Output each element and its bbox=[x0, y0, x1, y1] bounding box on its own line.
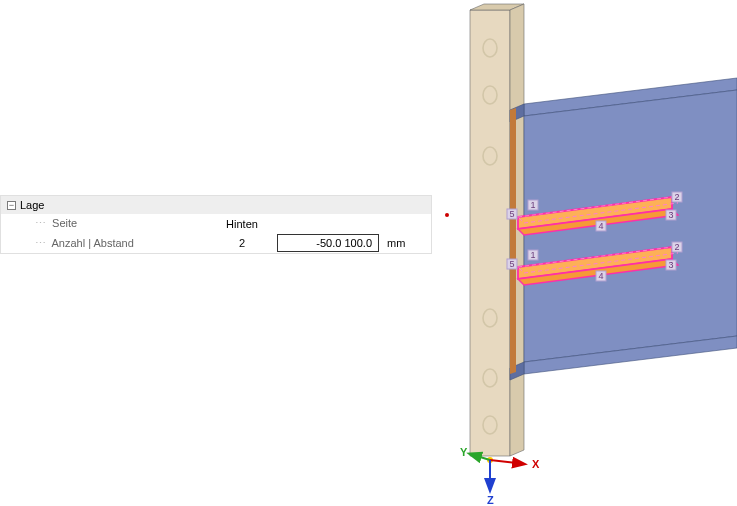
node-marker: 2 bbox=[672, 242, 682, 252]
property-row-anzahl-abstand: ⋯ Anzahl | Abstand 2 mm bbox=[1, 233, 431, 253]
property-value-seite[interactable]: Hinten bbox=[209, 215, 275, 233]
property-value-count[interactable]: 2 bbox=[209, 234, 275, 252]
svg-text:2: 2 bbox=[674, 242, 679, 252]
tree-branch-icon: ⋯ bbox=[35, 237, 45, 249]
y-axis-label: Y bbox=[460, 446, 468, 458]
node-marker: 3 bbox=[666, 260, 676, 270]
node-marker: 4 bbox=[596, 271, 606, 281]
group-label: Lage bbox=[20, 199, 44, 211]
node-marker: 5 bbox=[507, 209, 517, 219]
tree-branch-icon: ⋯ bbox=[35, 217, 45, 229]
svg-text:5: 5 bbox=[509, 259, 514, 269]
group-header-lage[interactable]: − Lage bbox=[1, 196, 431, 214]
svg-text:3: 3 bbox=[668, 210, 673, 220]
end-plate bbox=[470, 10, 510, 456]
svg-text:1: 1 bbox=[530, 250, 535, 260]
svg-text:4: 4 bbox=[598, 221, 603, 231]
property-unit: mm bbox=[381, 234, 411, 252]
model-viewport[interactable]: 5 1 2 4 3 5 1 bbox=[432, 0, 737, 506]
properties-panel: − Lage ⋯ Seite Hinten ⋯ Anzahl | Abstand… bbox=[0, 195, 432, 254]
svg-text:4: 4 bbox=[598, 271, 603, 281]
collapse-toggle-icon[interactable]: − bbox=[7, 201, 16, 210]
x-axis-arrow-icon bbox=[490, 460, 524, 464]
z-axis-label: Z bbox=[487, 494, 494, 506]
node-marker: 4 bbox=[596, 221, 606, 231]
node-marker: 5 bbox=[507, 259, 517, 269]
property-unit bbox=[381, 221, 393, 227]
node-marker: 2 bbox=[672, 192, 682, 202]
svg-text:5: 5 bbox=[509, 209, 514, 219]
svg-text:3: 3 bbox=[668, 260, 673, 270]
property-row-seite: ⋯ Seite Hinten bbox=[1, 214, 431, 233]
node-marker: 3 bbox=[666, 210, 676, 220]
weld-strip bbox=[510, 108, 516, 374]
svg-text:1: 1 bbox=[530, 200, 535, 210]
property-label: Anzahl | Abstand bbox=[51, 237, 133, 249]
property-label: Seite bbox=[52, 217, 77, 229]
x-axis-label: X bbox=[532, 458, 540, 470]
node-marker: 1 bbox=[528, 200, 538, 210]
property-input-distance[interactable] bbox=[277, 234, 379, 252]
svg-text:2: 2 bbox=[674, 192, 679, 202]
node-marker: 1 bbox=[528, 250, 538, 260]
